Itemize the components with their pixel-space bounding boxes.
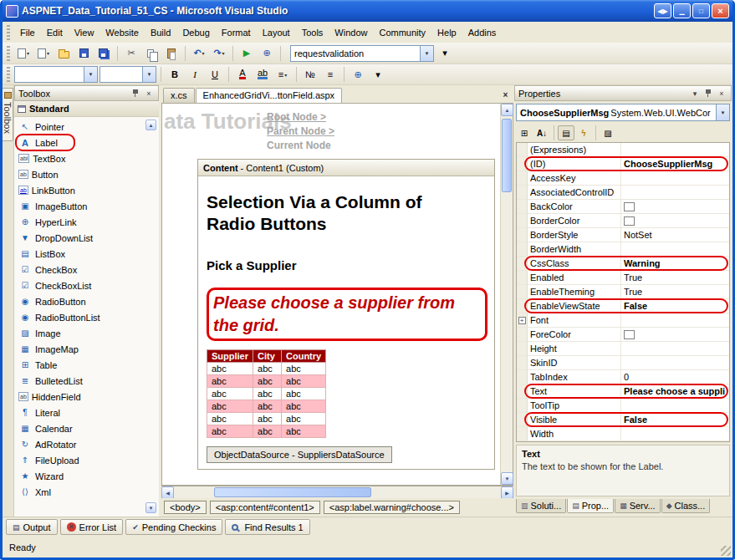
editor-hscroll[interactable]: ◀▶ (161, 486, 513, 498)
toolbox-item-button[interactable]: abButton (14, 166, 159, 182)
property-value[interactable] (621, 399, 729, 412)
tag-path-item[interactable]: <asp:content#content1> (210, 501, 320, 514)
property-value[interactable] (621, 342, 729, 355)
numbered-list-button[interactable]: № (301, 66, 319, 83)
add-item-button[interactable]: ▾ (34, 45, 53, 62)
panel-tab-class[interactable]: ◆Class... (661, 499, 711, 513)
toolbar-grip[interactable] (7, 67, 10, 82)
toolbox-item-calendar[interactable]: ▦Calendar (14, 420, 159, 436)
toolbox-header[interactable]: Toolbox × (14, 85, 159, 101)
property-value[interactable] (621, 200, 729, 213)
scroll-down-button[interactable]: ▼ (501, 472, 513, 485)
toolbox-item-dropdownlist[interactable]: ▼DropDownList (14, 230, 159, 246)
property-row-borderstyle[interactable]: BorderStyleNotSet (517, 228, 729, 242)
property-row-accesskey[interactable]: AccessKey (517, 171, 729, 186)
menu-item-layout[interactable]: Layout (257, 25, 296, 40)
property-value[interactable]: True (621, 285, 729, 298)
scrollbar-thumb[interactable] (502, 119, 512, 192)
property-value[interactable]: NotSet (621, 228, 729, 242)
properties-view-button[interactable]: ▤ (558, 125, 574, 140)
close-button[interactable]: × (712, 3, 729, 18)
menu-item-build[interactable]: Build (145, 25, 176, 40)
scrollbar-thumb[interactable] (214, 487, 371, 497)
pin-button[interactable] (702, 88, 714, 99)
toolbox-item-radiobuttonlist[interactable]: ◉RadioButtonList (14, 309, 159, 325)
menu-item-addins[interactable]: Addins (462, 25, 503, 40)
dropdown-arrow-icon[interactable]: ▼ (420, 46, 433, 61)
property-value[interactable] (621, 186, 729, 199)
toolbox-item-fileupload[interactable]: ⇑FileUpload (14, 452, 159, 468)
tab-close-button[interactable]: × (499, 89, 512, 101)
toolbox-item-image[interactable]: ▨Image (14, 325, 159, 341)
property-row-skinid[interactable]: SkinID (517, 356, 729, 370)
property-value[interactable]: False (621, 413, 729, 426)
property-value[interactable] (621, 143, 729, 156)
breadcrumb-item[interactable]: Root Node > (267, 110, 334, 125)
bottom-panel-output[interactable]: ▤Output (6, 519, 58, 535)
tag-path-item[interactable]: <body> (164, 501, 207, 514)
menu-item-help[interactable]: Help (431, 25, 462, 40)
breadcrumb-item[interactable]: Parent Node > (267, 125, 334, 139)
toolbox-item-checkboxlist[interactable]: ☑CheckBoxList (14, 277, 159, 293)
content-region-header[interactable]: Content - Content1 (Custom) (198, 160, 494, 176)
property-row-enableviewstate[interactable]: EnableViewStateFalse (517, 299, 729, 313)
property-row-text[interactable]: TextPlease choose a suppli (517, 384, 729, 399)
property-row-id[interactable]: (ID)ChooseSupplierMsg (517, 157, 729, 171)
editor-tab[interactable]: x.cs (163, 88, 195, 103)
minimize-button[interactable]: ▁ (673, 3, 691, 18)
bottom-panel-findresults1[interactable]: Find Results 1 (225, 519, 309, 535)
design-content[interactable]: ata Tutorials Root Node >Parent Node >Cu… (162, 104, 500, 485)
property-value[interactable]: ChooseSupplierMsg (621, 157, 729, 171)
start-debug-button[interactable]: ▶ (237, 45, 256, 62)
toolbox-item-label[interactable]: ALabel (14, 135, 159, 150)
toolbox-item-linkbutton[interactable]: abLinkButton (14, 182, 159, 198)
chevron-down-button[interactable]: ▾ (689, 88, 701, 99)
dropdown-arrow-icon[interactable]: ▼ (716, 104, 729, 120)
title-bar[interactable]: ASPNET_Data_Tutorial_51_CS - Microsoft V… (3, 0, 732, 22)
undo-button[interactable]: ↶▾ (190, 45, 208, 62)
property-row-backcolor[interactable]: BackColor (517, 200, 729, 214)
toolbox-item-xml[interactable]: ⟨⟩Xml (14, 484, 159, 500)
menu-item-tools[interactable]: Tools (296, 25, 329, 40)
property-value[interactable] (621, 356, 729, 369)
toolbox-item-adrotator[interactable]: ↻AdRotator (14, 436, 159, 452)
property-row-enabled[interactable]: EnabledTrue (517, 271, 729, 285)
scrollbar-track[interactable] (501, 116, 513, 472)
view-in-browser-button[interactable]: ⊕ (258, 45, 276, 62)
property-row-height[interactable]: Height (517, 342, 729, 356)
panel-tab-serv[interactable]: ▦Serv... (615, 499, 661, 513)
bottom-panel-errorlist[interactable]: ×Error List (60, 519, 124, 535)
property-value[interactable] (621, 214, 729, 227)
alphabetical-button[interactable]: A↓ (533, 125, 550, 140)
menu-item-file[interactable]: File (14, 25, 41, 40)
menu-item-format[interactable]: Format (216, 25, 257, 40)
italic-button[interactable]: I (186, 66, 204, 83)
cut-button[interactable]: ✂ (122, 45, 140, 62)
toolbar-overflow-button[interactable]: ▾ (436, 45, 454, 62)
property-row-tooltip[interactable]: ToolTip (517, 399, 729, 413)
insert-hyperlink-button[interactable]: ⊕ (349, 66, 367, 83)
object-combobox[interactable]: ChooseSupplierMsg System.Web.UI.WebCor ▼ (516, 104, 730, 121)
suppliers-grid[interactable]: SupplierCityCountryabcabcabcabcabcabcabc… (207, 349, 326, 438)
menu-item-website[interactable]: Website (100, 25, 145, 40)
property-row-expressions[interactable]: (Expressions) (517, 143, 729, 157)
toolbar-overflow-button[interactable]: ▾ (369, 66, 387, 83)
align-left-button[interactable]: ≡▾ (273, 66, 292, 83)
toolbox-item-listbox[interactable]: ▤ListBox (14, 246, 159, 262)
copy-button[interactable] (142, 45, 161, 62)
toolbox-item-checkbox[interactable]: ☑CheckBox (14, 262, 159, 277)
toolbox-item-bulletedlist[interactable]: ≣BulletedList (14, 373, 159, 389)
menu-item-window[interactable]: Window (329, 25, 373, 40)
toolbar-grip[interactable] (7, 46, 10, 61)
bold-button[interactable]: B (166, 66, 184, 83)
resize-grip[interactable] (721, 546, 731, 556)
property-value[interactable] (621, 427, 729, 440)
warning-label-control[interactable]: Please choose a supplier from the grid. (207, 288, 487, 341)
property-row-borderwidth[interactable]: BorderWidth (517, 242, 729, 257)
bullet-list-button[interactable]: ≡ (321, 66, 339, 83)
properties-header[interactable]: Properties ▾× (514, 85, 732, 101)
toolbox-item-imagebutton[interactable]: ▣ImageButton (14, 198, 159, 214)
toolbox-item-hiddenfield[interactable]: abHiddenField (14, 389, 159, 405)
new-project-button[interactable]: ▾ (14, 45, 33, 62)
dropdown-arrow-icon[interactable]: ▼ (142, 67, 156, 82)
